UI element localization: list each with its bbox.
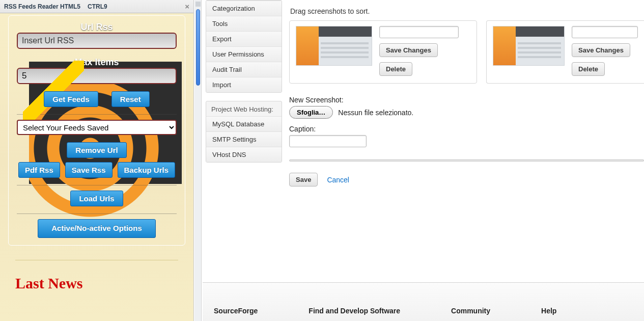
pdf-rss-button[interactable]: Pdf Rss <box>18 162 60 178</box>
admin-sidebar-group-main: Categorization Tools Export User Permiss… <box>206 0 282 93</box>
browse-file-button[interactable]: Sfoglia… <box>289 106 333 119</box>
extension-title: RSS Feeds Reader HTML5 <box>4 0 80 13</box>
max-items-input[interactable] <box>17 68 177 84</box>
sidebar-item-export[interactable]: Export <box>206 31 282 46</box>
sidebar-item-tools[interactable]: Tools <box>206 16 282 31</box>
admin-sidebar: Categorization Tools Export User Permiss… <box>206 0 282 171</box>
divider <box>17 213 177 214</box>
footer-col-community[interactable]: Community <box>451 307 490 315</box>
url-rss-input[interactable] <box>17 33 177 49</box>
screenshots-editor: Drag screenshots to sort. Save Changes D… <box>289 0 644 275</box>
close-icon[interactable]: × <box>185 0 189 13</box>
page-scrollbar[interactable] <box>194 0 202 321</box>
save-changes-button[interactable]: Save Changes <box>572 43 630 57</box>
divider <box>17 185 177 185</box>
cancel-link[interactable]: Cancel <box>327 176 349 184</box>
screenshot-thumbnail[interactable] <box>296 26 372 66</box>
get-feeds-button[interactable]: Get Feeds <box>44 91 98 107</box>
new-screenshot-form: New Screenshot: Sfoglia… Nessun file sel… <box>289 96 644 147</box>
screenshot-card[interactable]: Save Changes Delete <box>486 20 644 84</box>
backup-urls-button[interactable]: Backup Urls <box>118 162 176 178</box>
toggle-options-button[interactable]: Active/No-active Options <box>38 219 156 238</box>
remove-url-button[interactable]: Remove Url <box>67 142 126 158</box>
caption-input[interactable] <box>289 135 367 147</box>
load-urls-button[interactable]: Load Urls <box>70 191 123 206</box>
footer-col-help[interactable]: Help <box>541 307 556 315</box>
sourceforge-footer: SourceForge Find and Develop Software Co… <box>203 282 644 321</box>
extension-popup: RSS Feeds Reader HTML5 CTRL9 × Url Rss M… <box>0 0 194 321</box>
sidebar-item-categorization[interactable]: Categorization <box>206 1 282 16</box>
screenshot-row: Save Changes Delete Save Changes Delete <box>289 20 644 84</box>
sourceforge-admin: Categorization Tools Export User Permiss… <box>203 0 644 321</box>
sidebar-item-mysql[interactable]: MySQL Database <box>206 116 282 131</box>
delete-button[interactable]: Delete <box>379 62 412 76</box>
last-news-panel: Last News <box>15 260 178 316</box>
sort-instructions: Drag screenshots to sort. <box>289 0 644 20</box>
reset-button[interactable]: Reset <box>111 91 150 107</box>
save-rss-button[interactable]: Save Rss <box>65 162 113 178</box>
saved-feeds-select[interactable]: Select Your Feeds Saved <box>17 120 177 135</box>
last-news-heading: Last News <box>15 275 178 292</box>
scroll-thumb[interactable] <box>196 9 200 86</box>
url-rss-label: Url Rss <box>17 22 177 33</box>
screenshot-caption-input[interactable] <box>379 26 459 38</box>
save-button[interactable]: Save <box>289 173 318 186</box>
new-screenshot-label: New Screenshot: <box>289 96 644 104</box>
footer-col-sourceforge[interactable]: SourceForge <box>214 307 258 315</box>
rss-hero-panel: Url Rss Max Items Get Feeds Reset Select… <box>8 15 185 246</box>
hosting-group-header: Project Web Hosting: <box>206 101 282 116</box>
embossed-divider <box>289 159 644 162</box>
toggle-options-label: Active/No-active Options <box>51 224 142 232</box>
extension-titlebar: RSS Feeds Reader HTML5 CTRL9 × <box>0 0 193 13</box>
sidebar-item-vhost[interactable]: VHost DNS <box>206 147 282 162</box>
max-items-label: Max Items <box>17 57 177 68</box>
sidebar-item-import[interactable]: Import <box>206 77 282 92</box>
delete-button[interactable]: Delete <box>572 62 605 76</box>
file-status-text: Nessun file selezionato. <box>338 109 413 117</box>
screenshot-thumbnail[interactable] <box>493 26 565 66</box>
extension-shortcut: CTRL9 <box>88 0 107 13</box>
divider <box>17 114 177 115</box>
sidebar-item-audit-trail[interactable]: Audit Trail <box>206 62 282 77</box>
footer-col-find[interactable]: Find and Develop Software <box>309 307 400 315</box>
screenshot-card[interactable]: Save Changes Delete <box>289 20 477 84</box>
sidebar-item-smtp[interactable]: SMTP Settings <box>206 131 282 147</box>
scroll-up-icon[interactable] <box>195 2 201 7</box>
sidebar-item-user-permissions[interactable]: User Permissions <box>206 46 282 62</box>
save-changes-button[interactable]: Save Changes <box>379 43 438 57</box>
screenshot-caption-input[interactable] <box>572 26 638 38</box>
caption-label: Caption: <box>289 125 644 133</box>
admin-sidebar-group-hosting: Project Web Hosting: MySQL Database SMTP… <box>206 101 282 163</box>
